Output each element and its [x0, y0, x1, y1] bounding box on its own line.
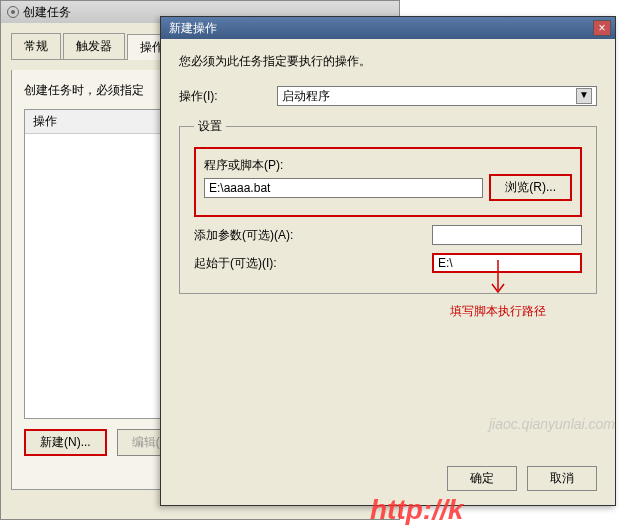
ok-button[interactable]: 确定 — [447, 466, 517, 491]
action-label: 操作(I): — [179, 88, 269, 105]
annotation: 填写脚本执行路径 — [450, 260, 546, 320]
tab-general[interactable]: 常规 — [11, 33, 61, 59]
new-action-dialog: 新建操作 × 您必须为此任务指定要执行的操作。 操作(I): 启动程序 ▼ 设置… — [160, 16, 616, 506]
program-highlight: 程序或脚本(P): 浏览(R)... — [194, 147, 582, 217]
watermark-1: jiaoc.qianyunlai.com — [489, 416, 615, 432]
cancel-button[interactable]: 取消 — [527, 466, 597, 491]
close-button[interactable]: × — [593, 20, 611, 36]
program-input[interactable] — [204, 178, 483, 198]
tab-triggers[interactable]: 触发器 — [63, 33, 125, 59]
front-content: 您必须为此任务指定要执行的操作。 操作(I): 启动程序 ▼ 设置 程序或脚本(… — [161, 39, 615, 308]
instruction-text: 您必须为此任务指定要执行的操作。 — [179, 53, 597, 70]
startin-label: 起始于(可选)(I): — [194, 255, 277, 272]
settings-legend: 设置 — [194, 118, 226, 135]
args-label: 添加参数(可选)(A): — [194, 227, 293, 244]
args-row: 添加参数(可选)(A): — [194, 225, 582, 245]
args-input[interactable] — [432, 225, 582, 245]
front-titlebar[interactable]: 新建操作 × — [161, 17, 615, 39]
front-title: 新建操作 — [169, 20, 217, 37]
browse-button[interactable]: 浏览(R)... — [489, 174, 572, 201]
action-value: 启动程序 — [282, 88, 330, 105]
action-select[interactable]: 启动程序 ▼ — [277, 86, 597, 106]
watermark-2: http://k — [370, 494, 463, 526]
back-title: 创建任务 — [23, 4, 71, 21]
program-row: 浏览(R)... — [204, 174, 572, 201]
task-icon — [7, 6, 19, 18]
action-row: 操作(I): 启动程序 ▼ — [179, 86, 597, 106]
annotation-text: 填写脚本执行路径 — [450, 303, 546, 320]
arrow-down-icon — [488, 260, 508, 300]
program-label: 程序或脚本(P): — [204, 157, 572, 174]
new-action-button[interactable]: 新建(N)... — [24, 429, 107, 456]
dropdown-arrow-icon: ▼ — [576, 88, 592, 104]
dialog-buttons: 确定 取消 — [447, 466, 597, 491]
